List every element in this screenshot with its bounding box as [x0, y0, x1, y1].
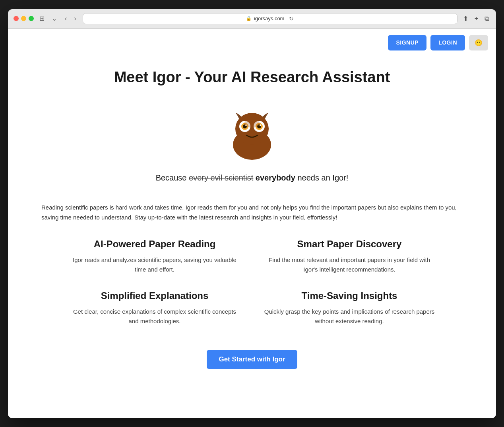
feature-title-0: AI-Powered Paper Reading — [69, 239, 240, 250]
new-tab-button[interactable]: + — [473, 14, 480, 23]
tagline-strikethrough: every evil scientist — [189, 173, 253, 182]
feature-smart-discovery: Smart Paper Discovery Find the most rele… — [264, 239, 435, 274]
back-button[interactable]: ‹ — [62, 14, 69, 23]
feature-desc-3: Quickly grasp the key points and implica… — [264, 307, 435, 326]
login-button[interactable]: LOGIN — [430, 35, 465, 50]
feature-title-1: Smart Paper Discovery — [264, 239, 435, 250]
hero-section: Meet Igor - Your AI Research Assistant — [8, 57, 496, 202]
description-text: Reading scientific papers is hard work a… — [33, 202, 471, 223]
browser-chrome: ⊞ ⌄ ‹ › 🔒 igorsays.com ↻ ⬆ + ⧉ — [8, 9, 496, 29]
tabs-button[interactable]: ⧉ — [483, 14, 490, 23]
get-started-button[interactable]: Get Started with Igor — [207, 350, 297, 369]
page-content: SIGNUP LOGIN 😐 Meet Igor - Your AI Resea… — [8, 29, 496, 418]
feature-simplified-explanations: Simplified Explanations Get clear, conci… — [69, 290, 240, 326]
feature-title-2: Simplified Explanations — [69, 290, 240, 301]
tagline-prefix: Because — [156, 173, 189, 182]
tagline-suffix: needs an Igor! — [295, 173, 348, 182]
hero-title: Meet Igor - Your AI Research Assistant — [16, 69, 488, 86]
minimize-button[interactable] — [21, 16, 26, 21]
navigation-buttons: ‹ › — [62, 14, 79, 23]
feature-desc-0: Igor reads and analyzes scientific paper… — [69, 255, 240, 274]
forward-button[interactable]: › — [72, 14, 78, 23]
browser-action-buttons: ⬆ + ⧉ — [461, 14, 490, 23]
emoji-button[interactable]: 😐 — [469, 35, 488, 50]
address-bar[interactable]: 🔒 igorsays.com ↻ — [83, 13, 457, 24]
mascot-container — [16, 98, 488, 161]
sidebar-chevron-button[interactable]: ⌄ — [50, 14, 58, 23]
refresh-button[interactable]: ↻ — [289, 16, 294, 22]
svg-point-10 — [244, 120, 260, 128]
sidebar-toggle-button[interactable]: ⊞ — [38, 14, 46, 23]
close-button[interactable] — [14, 16, 19, 21]
feature-desc-2: Get clear, concise explanations of compl… — [69, 307, 240, 326]
igor-mascot — [220, 98, 284, 161]
browser-window: ⊞ ⌄ ‹ › 🔒 igorsays.com ↻ ⬆ + ⧉ SIGNUP LO… — [8, 9, 496, 418]
cta-section: Get Started with Igor — [8, 346, 496, 393]
feature-ai-paper-reading: AI-Powered Paper Reading Igor reads and … — [69, 239, 240, 274]
maximize-button[interactable] — [29, 16, 34, 21]
feature-time-saving: Time-Saving Insights Quickly grasp the k… — [264, 290, 435, 326]
tagline: Because every evil scientist everybody n… — [16, 173, 488, 182]
traffic-lights — [14, 16, 34, 21]
lock-icon: 🔒 — [246, 16, 252, 21]
signup-button[interactable]: SIGNUP — [388, 35, 426, 50]
share-button[interactable]: ⬆ — [461, 14, 470, 23]
feature-title-3: Time-Saving Insights — [264, 290, 435, 301]
url-text: igorsays.com — [254, 16, 285, 21]
svg-point-9 — [260, 124, 261, 126]
top-nav: SIGNUP LOGIN 😐 — [8, 29, 496, 57]
tagline-bold: everybody — [253, 173, 295, 182]
features-grid: AI-Powered Paper Reading Igor reads and … — [53, 239, 451, 326]
feature-desc-1: Find the most relevant and important pap… — [264, 255, 435, 274]
